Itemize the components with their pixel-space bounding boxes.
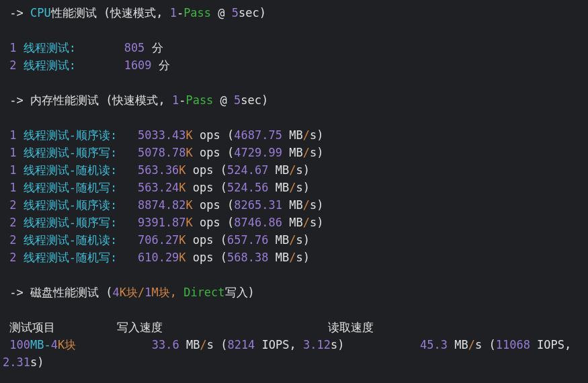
mem-row-0: 1 线程测试-顺序读: 5033.43K ops (4687.75 MB/s): [3, 126, 585, 144]
blank-line: [3, 109, 585, 126]
mem-row-3: 1 线程测试-随机写: 563.24K ops (524.56 MB/s): [3, 179, 585, 196]
cpu-row-0: 1 线程测试: 805 分: [3, 39, 585, 56]
blank-line: [3, 301, 585, 318]
cpu-row-1: 2 线程测试: 1609 分: [3, 56, 585, 74]
mem-row-5: 2 线程测试-顺序写: 9391.87K ops (8746.86 MB/s): [3, 214, 585, 231]
blank-line: [3, 266, 585, 284]
mem-row-7: 2 线程测试-随机写: 610.29K ops (568.38 MB/s): [3, 249, 585, 266]
mem-row-1: 1 线程测试-顺序写: 5078.78K ops (4729.99 MB/s): [3, 144, 585, 161]
mem-row-2: 1 线程测试-随机读: 563.36K ops (524.67 MB/s): [3, 161, 585, 179]
cpu-header: -> CPU性能测试 (快速模式, 1-Pass @ 5sec): [3, 4, 585, 22]
mem-row-6: 2 线程测试-随机读: 706.27K ops (657.76 MB/s): [3, 231, 585, 249]
disk-row-0: 100MB-4K块 33.6 MB/s (8214 IOPS, 3.12s) 4…: [3, 336, 585, 353]
terminal-output: -> CPU性能测试 (快速模式, 1-Pass @ 5sec) 1 线程测试:…: [3, 4, 585, 371]
disk-row-0-wrap: 2.31s): [3, 353, 585, 371]
disk-columns: 测试项目 写入速度 读取速度: [3, 318, 585, 336]
mem-header: -> 内存性能测试 (快速模式, 1-Pass @ 5sec): [3, 91, 585, 109]
blank-line: [3, 22, 585, 39]
blank-line: [3, 74, 585, 91]
disk-header: -> 磁盘性能测试 (4K块/1M块, Direct写入): [3, 284, 585, 301]
mem-row-4: 2 线程测试-顺序读: 8874.82K ops (8265.31 MB/s): [3, 196, 585, 214]
